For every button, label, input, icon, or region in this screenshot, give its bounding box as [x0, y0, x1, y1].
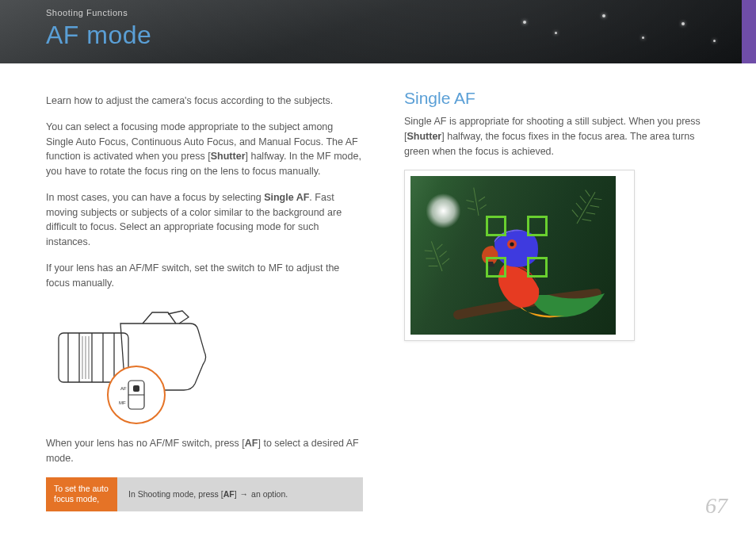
- intro-p2: You can select a focusing mode appropria…: [46, 120, 363, 179]
- arrow-icon: →: [240, 489, 249, 499]
- svg-line-27: [468, 207, 475, 212]
- svg-line-26: [474, 188, 479, 216]
- svg-point-32: [510, 243, 514, 247]
- text: When your lens has no AF/MF switch, pres…: [46, 438, 245, 449]
- intro-p1: Learn how to adjust the camera's focus a…: [46, 94, 363, 109]
- shutter-keyword: Shutter: [211, 151, 246, 162]
- svg-line-21: [586, 210, 596, 217]
- shutter-keyword: Shutter: [407, 131, 441, 142]
- page-title: AF mode: [46, 21, 151, 50]
- svg-line-29: [466, 199, 474, 204]
- instruction-row: To set the auto focus mode, In Shooting …: [46, 477, 363, 511]
- instruction-label: To set the auto focus mode,: [46, 477, 117, 511]
- intro-p5: When your lens has no AF/MF switch, pres…: [46, 436, 363, 466]
- purple-side-tab: [742, 0, 756, 63]
- svg-line-25: [594, 196, 602, 202]
- preview-frame: [404, 170, 635, 341]
- svg-line-19: [582, 216, 592, 224]
- right-column: Single AF Single AF is appropriate for s…: [404, 89, 705, 341]
- svg-line-13: [426, 256, 435, 262]
- svg-line-14: [438, 251, 448, 258]
- svg-line-24: [584, 190, 592, 197]
- af-symbol: AF: [223, 489, 235, 499]
- preview-image: [410, 176, 616, 335]
- section-label: Shooting Functions: [46, 8, 128, 17]
- camera-mf-label: MF: [119, 400, 126, 405]
- left-column: Learn how to adjust the camera's focus a…: [46, 94, 363, 511]
- text: ]: [235, 489, 237, 499]
- svg-rect-9: [133, 385, 139, 392]
- camera-af-label: AF: [120, 386, 127, 391]
- text: In most cases, you can have a focus by s…: [46, 192, 264, 203]
- text: an option.: [251, 489, 288, 499]
- svg-line-23: [590, 203, 600, 210]
- svg-line-18: [571, 210, 580, 217]
- manual-page: Shooting Functions AF mode Learn how to …: [0, 0, 756, 536]
- svg-line-20: [575, 203, 584, 210]
- instruction-body: In Shooting mode, press [AF] → an option…: [117, 477, 363, 511]
- camera-illustration: AF MF: [49, 306, 223, 425]
- text: In Shooting mode, press [: [128, 489, 223, 499]
- text: ] halfway, the focus fixes in the focus …: [404, 131, 694, 157]
- svg-line-22: [578, 197, 588, 204]
- page-number: 67: [705, 493, 727, 519]
- single-af-heading: Single AF: [404, 89, 705, 108]
- intro-p4: If your lens has an AF/MF switch, set th…: [46, 261, 363, 291]
- single-af-keyword: Single AF: [264, 192, 309, 203]
- af-symbol: AF: [245, 438, 258, 449]
- svg-line-30: [478, 197, 486, 202]
- svg-line-15: [425, 248, 433, 254]
- single-af-p1: Single AF is appropriate for shooting a …: [404, 114, 705, 159]
- svg-line-11: [429, 263, 438, 270]
- svg-line-12: [441, 258, 451, 265]
- svg-line-28: [479, 205, 487, 209]
- intro-p3: In most cases, you can have a focus by s…: [46, 190, 363, 250]
- svg-line-16: [436, 244, 444, 250]
